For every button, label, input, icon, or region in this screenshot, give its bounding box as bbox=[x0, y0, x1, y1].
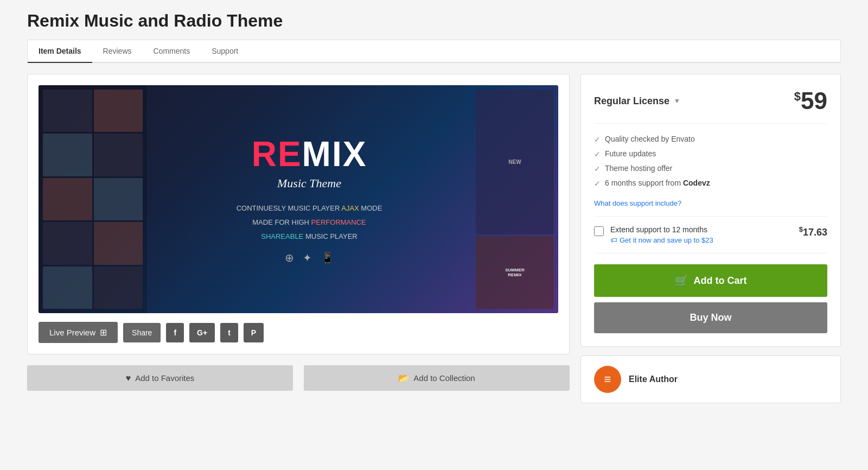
item-card: REMIX Music Theme CONTINUESLY MUSIC PLAY… bbox=[27, 74, 570, 354]
license-title: Regular License ▼ bbox=[594, 96, 680, 107]
feature3-accent: SHAREABLE bbox=[261, 232, 303, 240]
preview-center: REMIX Music Theme CONTINUESLY MUSIC PLAY… bbox=[147, 85, 471, 313]
tab-support[interactable]: Support bbox=[201, 40, 249, 63]
feature-quality-text: Quality checked by Envato bbox=[605, 135, 695, 143]
bottom-actions: ♥ Add to Favorites 📂 Add to Collection bbox=[27, 365, 570, 391]
feature-quality: ✓ Quality checked by Envato bbox=[594, 135, 827, 144]
tab-reviews[interactable]: Reviews bbox=[92, 40, 143, 63]
remix-features: CONTINUESLY MUSIC PLAYER AJAX MODE MADE … bbox=[237, 201, 382, 244]
feature2-prefix: MADE FOR HIGH bbox=[252, 218, 311, 226]
check-icon-2: ✓ bbox=[594, 150, 601, 158]
facebook-button[interactable]: f bbox=[166, 323, 184, 342]
feature-hosting-text: Theme hosting offer bbox=[605, 164, 672, 173]
feature1-suffix: MODE bbox=[359, 204, 382, 212]
action-buttons-row: Live Preview ⊞ Share f G+ t P bbox=[39, 322, 558, 343]
tab-comments[interactable]: Comments bbox=[143, 40, 201, 63]
price-value: 59 bbox=[801, 87, 827, 114]
license-price: $59 bbox=[794, 87, 827, 115]
add-to-collection-button[interactable]: 📂 Add to Collection bbox=[304, 365, 570, 391]
folder-icon: 📂 bbox=[398, 373, 409, 383]
tab-item-details[interactable]: Item Details bbox=[28, 40, 92, 63]
extend-support-checkbox[interactable] bbox=[594, 226, 604, 236]
extend-price: $17.63 bbox=[799, 225, 827, 238]
license-title-text: Regular License bbox=[594, 96, 669, 107]
author-card: ≡ Elite Author bbox=[580, 355, 841, 403]
grid-icon: ⊞ bbox=[100, 327, 107, 338]
extend-dollar-sign: $ bbox=[799, 225, 803, 233]
support-extend: Extend support to 12 months 🏷 Get it now… bbox=[594, 216, 827, 253]
googleplus-button[interactable]: G+ bbox=[189, 323, 215, 342]
feature1-prefix: CONTINUESLY MUSIC PLAYER bbox=[237, 204, 342, 212]
license-card: Regular License ▼ $59 ✓ Quality checked … bbox=[580, 74, 841, 347]
support-include-link[interactable]: What does support include? bbox=[594, 199, 681, 207]
buy-now-button[interactable]: Buy Now bbox=[594, 302, 827, 333]
feature-support: ✓ 6 months support from Codevz bbox=[594, 179, 827, 188]
twitter-button[interactable]: t bbox=[220, 323, 238, 342]
extend-info: Extend support to 12 months 🏷 Get it now… bbox=[610, 225, 793, 244]
add-to-favorites-button[interactable]: ♥ Add to Favorites bbox=[27, 365, 293, 391]
elite-author-icon: ≡ bbox=[604, 372, 611, 386]
check-icon-3: ✓ bbox=[594, 164, 601, 173]
add-favorites-label: Add to Favorites bbox=[135, 373, 194, 383]
live-preview-label: Live Preview bbox=[49, 328, 95, 337]
remix-re: RE bbox=[252, 135, 302, 174]
feature-hosting: ✓ Theme hosting offer bbox=[594, 164, 827, 173]
author-label: Elite Author bbox=[629, 374, 678, 384]
extend-price-value: 17.63 bbox=[803, 227, 827, 238]
dropdown-arrow-icon[interactable]: ▼ bbox=[674, 97, 680, 105]
add-to-cart-label: Add to Cart bbox=[694, 275, 747, 287]
tag-icon: 🏷 bbox=[610, 236, 617, 244]
feature-updates: ✓ Future updates bbox=[594, 149, 827, 158]
feature1-accent: AJAX bbox=[341, 204, 359, 212]
check-icon-4: ✓ bbox=[594, 179, 601, 188]
themeforest-icon: ✦ bbox=[303, 251, 312, 264]
remix-mix: MIX bbox=[302, 135, 367, 174]
preview-content: REMIX Music Theme CONTINUESLY MUSIC PLAY… bbox=[39, 85, 558, 313]
license-features-list: ✓ Quality checked by Envato ✓ Future upd… bbox=[594, 135, 827, 188]
price-dollar-sign: $ bbox=[794, 90, 801, 103]
page-title: Remix Music and Radio Theme bbox=[27, 11, 841, 31]
remix-logo: REMIX bbox=[252, 134, 367, 174]
feature-support-text: 6 months support from Codevz bbox=[605, 179, 710, 187]
tabs-bar: Item Details Reviews Comments Support bbox=[27, 40, 841, 63]
feature3-suffix: MUSIC PLAYER bbox=[303, 232, 357, 240]
main-content: REMIX Music Theme CONTINUESLY MUSIC PLAY… bbox=[27, 74, 841, 403]
add-collection-label: Add to Collection bbox=[413, 373, 475, 383]
feature-updates-text: Future updates bbox=[605, 149, 656, 158]
right-panel: Regular License ▼ $59 ✓ Quality checked … bbox=[580, 74, 841, 403]
live-preview-button[interactable]: Live Preview ⊞ bbox=[39, 322, 118, 343]
platform-icons: ⊕ ✦ 📱 bbox=[285, 251, 334, 264]
author-badge: ≡ bbox=[594, 366, 621, 393]
extend-save: 🏷 Get it now and save up to $23 bbox=[610, 236, 793, 244]
share-button[interactable]: Share bbox=[123, 323, 161, 342]
pinterest-button[interactable]: P bbox=[244, 323, 264, 342]
license-header: Regular License ▼ $59 bbox=[594, 87, 827, 124]
check-icon-1: ✓ bbox=[594, 135, 601, 144]
cart-icon: 🛒 bbox=[675, 274, 688, 287]
support-author: Codevz bbox=[683, 179, 710, 187]
extend-label-text: Extend support to 12 months bbox=[610, 225, 793, 234]
wordpress-icon: ⊕ bbox=[285, 251, 294, 264]
extend-save-text: Get it now and save up to $23 bbox=[620, 236, 713, 244]
add-to-cart-button[interactable]: 🛒 Add to Cart bbox=[594, 264, 827, 297]
preview-thumbnails-right: NEW SUMMERREMIX bbox=[471, 85, 558, 313]
feature2-accent: PERFORMANCE bbox=[311, 218, 366, 226]
preview-image: REMIX Music Theme CONTINUESLY MUSIC PLAY… bbox=[39, 85, 558, 313]
remix-subtitle: Music Theme bbox=[277, 176, 341, 190]
left-panel: REMIX Music Theme CONTINUESLY MUSIC PLAY… bbox=[27, 74, 570, 391]
preview-thumbnails-left bbox=[39, 85, 147, 313]
mobile-icon: 📱 bbox=[321, 251, 334, 264]
heart-icon: ♥ bbox=[126, 373, 131, 383]
